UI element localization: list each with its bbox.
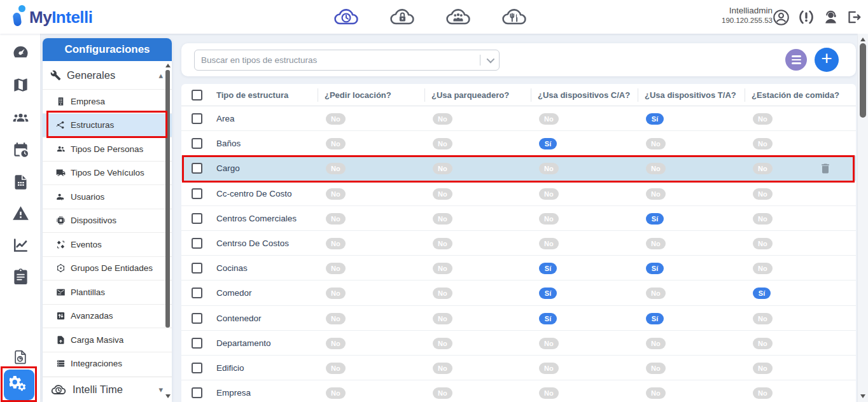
menu-item-usuarios[interactable]: Usuarios	[43, 184, 172, 209]
row-checkbox[interactable]	[192, 387, 202, 398]
badge-no: No	[433, 387, 452, 399]
search-dropdown-chevron-icon[interactable]	[487, 55, 495, 64]
badge-no: No	[326, 113, 346, 125]
column-header: ¿Usa dispositivos T/A?	[645, 84, 736, 106]
module-cloud-security[interactable]	[388, 4, 416, 30]
delete-row-icon[interactable]	[819, 162, 832, 175]
row-checkbox[interactable]	[192, 113, 202, 124]
rail-item-settings-active[interactable]	[4, 370, 34, 400]
badge-no: No	[326, 338, 346, 349]
row-name: Centros Comerciales	[216, 206, 297, 231]
table-row-contenedor[interactable]: ContenedorNoNoSíSíNo	[181, 306, 856, 331]
rail-item-calendar-clock[interactable]	[0, 138, 41, 161]
menu-item-tipos-de-veh-culos[interactable]: Tipos De Vehículos	[43, 161, 172, 185]
badge-no: No	[753, 238, 773, 249]
module-cloud-time[interactable]	[332, 4, 360, 30]
scroll-up-arrow[interactable]	[165, 64, 171, 67]
structures-table: Tipo de estructura¿Pedir locación?¿Usa p…	[181, 84, 856, 402]
module-switcher	[332, 4, 528, 30]
page-scrollbar[interactable]	[857, 34, 868, 402]
add-button[interactable]: +	[815, 48, 839, 72]
menu-item-estructuras[interactable]: Estructuras	[43, 113, 172, 137]
row-name: Contenedor	[216, 306, 262, 331]
menu-item-tipos-de-personas[interactable]: Tipos De Personas	[43, 137, 172, 161]
rail-item-chart[interactable]	[0, 233, 41, 256]
module-cloud-people[interactable]	[444, 4, 472, 30]
row-checkbox[interactable]	[192, 338, 202, 349]
table-row-cocinas[interactable]: CocinasNoNoSíSíNo	[181, 256, 856, 281]
alerts-icon[interactable]	[797, 8, 816, 27]
row-checkbox[interactable]	[192, 313, 202, 324]
table-row-cargo[interactable]: CargoNoNoNoNoNo	[181, 156, 856, 181]
row-checkbox[interactable]	[192, 363, 202, 373]
profile-icon[interactable]	[771, 8, 790, 27]
rail-item-dashboard[interactable]	[0, 40, 41, 63]
wrench-icon	[50, 70, 61, 81]
panel-scrollbar[interactable]	[165, 64, 171, 398]
badge-si: Sí	[646, 263, 664, 274]
table-row-ba-os[interactable]: BañosNoNoSíNoNo	[181, 131, 856, 156]
menu-item-dispositivos[interactable]: Dispositivos	[43, 209, 172, 233]
menu-item-carga-masiva[interactable]: Carga Masiva	[43, 328, 172, 352]
page-scroll-up-arrow[interactable]	[860, 38, 865, 41]
brand-prefix: My	[29, 8, 52, 27]
menu-item-label: Carga Masiva	[71, 335, 123, 345]
table-row-comedor[interactable]: ComedorNoNoSíNoSí	[181, 281, 856, 305]
rail-item-clipboard[interactable]	[0, 265, 41, 288]
rail-item-spreadsheet[interactable]	[0, 170, 41, 193]
rail-item-report[interactable]	[0, 345, 41, 368]
table-row-departamento[interactable]: DepartamentoNoNoNoNoNo	[181, 331, 856, 356]
row-checkbox[interactable]	[192, 163, 202, 174]
list-options-button[interactable]	[785, 49, 807, 71]
row-checkbox[interactable]	[192, 263, 202, 274]
menu-item-eventos[interactable]: Eventos	[43, 232, 172, 256]
panel-scroll-thumb[interactable]	[165, 70, 170, 328]
search-input[interactable]	[201, 55, 477, 65]
menu-section-intelli-time[interactable]: Intelli Time ▾	[43, 377, 172, 402]
badge-no: No	[433, 213, 452, 225]
menu-section-generales[interactable]: Generales ▴	[43, 61, 172, 89]
menu-item-plantillas[interactable]: Plantillas	[43, 280, 172, 304]
menu-item-empresa[interactable]: Empresa	[43, 89, 172, 113]
row-checkbox[interactable]	[192, 213, 202, 224]
row-checkbox[interactable]	[192, 288, 202, 298]
table-row-cc-centro-de-costo[interactable]: Cc-centro De CostoNoNoNoNoNo	[181, 181, 856, 206]
search-divider	[480, 55, 480, 66]
logout-icon	[845, 9, 862, 25]
page-scroll-thumb[interactable]	[860, 43, 866, 118]
row-checkbox[interactable]	[192, 238, 202, 249]
search-box	[194, 50, 500, 71]
menu-item-grupos-de-entidades[interactable]: Grupos De Entidades	[43, 256, 172, 281]
badge-no: No	[539, 338, 559, 349]
logout-icon[interactable]	[844, 8, 863, 27]
rail-item-map[interactable]	[0, 73, 41, 96]
menu-item-label: Eventos	[71, 240, 102, 249]
table-row-edificio[interactable]: EdificioNoNoNoNoNo	[181, 356, 856, 380]
page-scroll-down-arrow[interactable]	[860, 394, 865, 398]
person-types-icon	[56, 144, 66, 154]
menu-item-label: Usuarios	[71, 192, 104, 202]
row-checkbox[interactable]	[192, 138, 202, 149]
module-cloud-food[interactable]	[500, 4, 528, 30]
badge-no: No	[326, 213, 346, 225]
spreadsheet-icon	[12, 174, 29, 191]
select-all-checkbox[interactable]	[192, 90, 202, 100]
badge-no: No	[753, 313, 773, 324]
support-icon[interactable]	[821, 8, 840, 27]
table-row-empresa[interactable]: EmpresaNoNoNoNoNo	[181, 380, 856, 402]
table-row-area[interactable]: AreaNoNoNoSíNo	[181, 106, 856, 131]
menu-item-integraciones[interactable]: Integraciones	[43, 352, 172, 376]
row-checkbox[interactable]	[192, 188, 202, 199]
scroll-down-arrow[interactable]	[165, 394, 171, 398]
table-row-centrso-de-costos[interactable]: Centrso De CostosNoNoNoNoNo	[181, 231, 856, 256]
user-info: Intelliadmin 190.120.255.53	[722, 6, 773, 25]
row-name: Cc-centro De Costo	[216, 181, 292, 206]
badge-si: Sí	[539, 288, 557, 299]
table-row-centros-comerciales[interactable]: Centros ComercialesNoNoNoSíNo	[181, 206, 856, 231]
cloud-people-icon	[444, 5, 472, 29]
rail-item-warning[interactable]	[0, 202, 41, 225]
badge-si: Sí	[753, 288, 771, 299]
advanced-icon	[56, 311, 66, 321]
rail-item-people[interactable]	[0, 106, 41, 129]
menu-item-avanzadas[interactable]: Avanzadas	[43, 304, 172, 328]
